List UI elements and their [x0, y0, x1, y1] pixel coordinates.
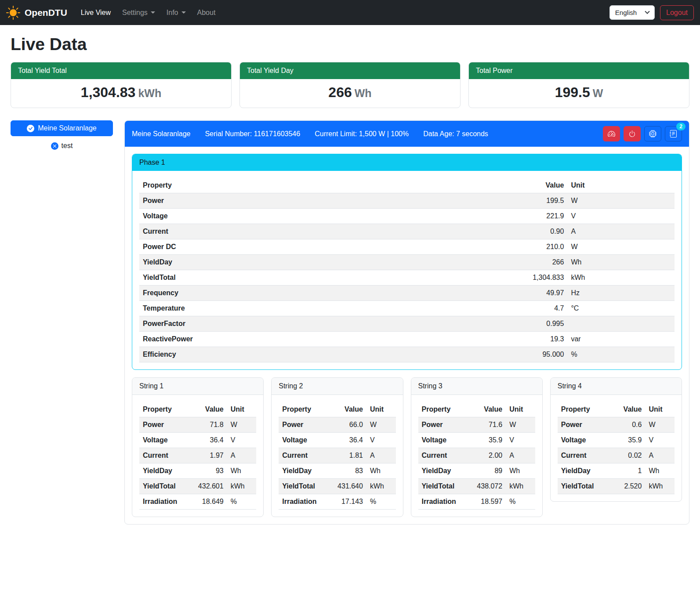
string-table: Property Value Unit Power71.8WVoltage36.…: [139, 402, 256, 510]
unit-cell: %: [506, 494, 535, 510]
column-header-value: Value: [609, 402, 646, 417]
unit-cell: A: [567, 224, 675, 239]
value-cell: 66.0: [330, 417, 366, 433]
nav-live-view[interactable]: Live View: [75, 5, 116, 20]
column-header-unit: Unit: [227, 402, 257, 417]
unit-cell: Wh: [567, 255, 675, 270]
property-cell: Power DC: [139, 239, 450, 255]
card-title-total-yield-total: Total Yield Total: [11, 62, 231, 79]
language-select[interactable]: English: [609, 5, 655, 20]
value-cell: 93: [191, 463, 227, 479]
table-row: ReactivePower19.3var: [139, 332, 675, 347]
value-cell: 0.02: [609, 448, 646, 463]
column-header-unit: Unit: [506, 402, 535, 417]
column-header-value: Value: [470, 402, 506, 417]
string-title: String 1: [132, 378, 263, 395]
value-cell: 1.81: [330, 448, 366, 463]
inverter-button-test[interactable]: test: [11, 142, 113, 150]
value-cell: 1,304.833: [450, 270, 567, 286]
unit-cell: W: [227, 417, 257, 433]
value-cell: 36.4: [191, 433, 227, 448]
unit-cell: %: [567, 347, 675, 362]
string-title: String 4: [551, 378, 682, 395]
total-power-card: Total Power 199.5W: [468, 62, 689, 108]
property-cell: Efficiency: [139, 347, 450, 362]
unit-cell: W: [366, 417, 396, 433]
table-row: Voltage36.4V: [279, 433, 395, 448]
property-cell: ReactivePower: [139, 332, 450, 347]
value-cell: 1: [609, 463, 646, 479]
table-row: YieldTotal2.520kWh: [558, 479, 675, 494]
property-cell: Current: [279, 448, 330, 463]
table-header-row: Property Value Unit: [418, 402, 535, 417]
table-row: Current0.02A: [558, 448, 675, 463]
property-cell: Current: [139, 448, 191, 463]
table-row: YieldTotal1,304.833kWh: [139, 270, 675, 286]
inverter-button-meine-solaranlage[interactable]: Meine Solaranlage: [11, 120, 113, 136]
table-header-row: Property Value Unit: [279, 402, 395, 417]
total-yield-total-unit: kWh: [138, 87, 161, 99]
page-title: Live Data: [11, 35, 689, 54]
value-cell: 199.5: [450, 193, 567, 209]
unit-cell: kWh: [506, 479, 535, 494]
inverter-name: Meine Solaranlage: [132, 130, 190, 138]
string-body: Property Value Unit Power66.0WVoltage36.…: [272, 395, 403, 517]
property-cell: Power: [279, 417, 330, 433]
main-content: Live Data Total Yield Total 1,304.83kWh …: [0, 25, 700, 535]
card-body: 266Wh: [240, 79, 460, 108]
device-info-button[interactable]: [644, 126, 661, 141]
nav-info[interactable]: Info: [161, 5, 192, 20]
string-table: Property Value Unit Power71.6WVoltage35.…: [418, 402, 535, 510]
check-circle-icon: [27, 125, 34, 132]
property-cell: Irradiation: [418, 494, 470, 510]
unit-cell: Wh: [227, 463, 257, 479]
table-row: Power71.6W: [418, 417, 535, 433]
inverter-list: Meine Solaranlage test: [11, 120, 113, 150]
property-cell: YieldDay: [139, 463, 191, 479]
total-yield-total-value: 1,304.83: [81, 84, 136, 100]
table-row: Voltage35.9V: [418, 433, 535, 448]
inverter-card: Meine Solaranlage Serial Number: 1161716…: [124, 120, 689, 525]
property-cell: Power: [418, 417, 470, 433]
phase-body: Property Value Unit Power199.5WVoltage22…: [132, 171, 682, 369]
column-header-unit: Unit: [567, 178, 675, 193]
unit-cell: °C: [567, 301, 675, 316]
value-cell: 438.072: [470, 479, 506, 494]
summary-cards: Total Yield Total 1,304.83kWh Total Yiel…: [11, 62, 689, 108]
property-cell: YieldTotal: [279, 479, 330, 494]
value-cell: 0.6: [609, 417, 646, 433]
string-table: Property Value Unit Power0.6WVoltage35.9…: [558, 402, 675, 494]
column-header-property: Property: [418, 402, 470, 417]
column-header-value: Value: [330, 402, 366, 417]
column-header-value: Value: [191, 402, 227, 417]
column-header-property: Property: [139, 178, 450, 193]
total-yield-day-card: Total Yield Day 266Wh: [239, 62, 461, 108]
logout-button[interactable]: Logout: [660, 5, 694, 20]
value-cell: 2.00: [470, 448, 506, 463]
value-cell: 1.97: [191, 448, 227, 463]
brand[interactable]: OpenDTU: [6, 6, 67, 20]
property-cell: Voltage: [279, 433, 330, 448]
value-cell: 4.7: [450, 301, 567, 316]
inverter-data-age: Data Age: 7 seconds: [423, 130, 488, 138]
property-cell: Temperature: [139, 301, 450, 316]
limit-settings-button[interactable]: [603, 126, 620, 141]
brand-label: OpenDTU: [25, 7, 67, 18]
power-button[interactable]: [624, 126, 641, 141]
table-header-row: Property Value Unit: [558, 402, 675, 417]
property-cell: YieldDay: [139, 255, 450, 270]
nav-about[interactable]: About: [192, 5, 221, 20]
unit-cell: kWh: [645, 479, 675, 494]
table-row: YieldDay1Wh: [558, 463, 675, 479]
total-yield-day-unit: Wh: [355, 87, 372, 99]
card-body: 199.5W: [469, 79, 689, 108]
event-log-button[interactable]: 2: [665, 126, 682, 141]
table-row: YieldDay83Wh: [279, 463, 395, 479]
unit-cell: kWh: [366, 479, 396, 494]
navbar-right: English Logout: [609, 5, 694, 20]
column-header-property: Property: [558, 402, 609, 417]
nav-settings[interactable]: Settings: [116, 5, 161, 20]
table-row: Irradiation17.143%: [279, 494, 395, 510]
unit-cell: %: [227, 494, 257, 510]
speedometer-icon: [608, 130, 615, 137]
